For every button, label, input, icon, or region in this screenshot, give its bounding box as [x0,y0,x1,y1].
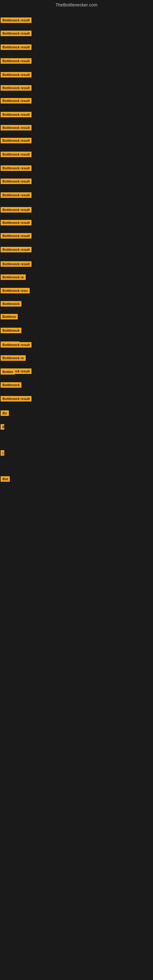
bottleneck-label: Bottleneck result [1,98,32,103]
bottleneck-item: Bottleneck result [1,233,32,240]
bottleneck-item: Bottleneck [1,301,21,308]
bottleneck-label: Bottleneck re [1,274,26,280]
bottleneck-label: Bottleneck result [1,261,32,267]
bottleneck-item: Bottleneck result [1,45,32,51]
bottleneck-label: Bo [1,410,9,416]
bottleneck-item: Bottleneck result [1,98,32,105]
bottleneck-item: Bottleneck resu [1,288,30,294]
bottleneck-label: Bottleneck [1,382,21,388]
bottleneck-item: Bottleneck result [1,125,32,132]
bottleneck-item: Bottleneck result [1,72,32,79]
site-title: TheBottlenecker.com [56,2,97,7]
bottleneck-label: Bottleneck result [1,165,32,171]
bottleneck-item: Bottleneck [1,382,21,389]
bottleneck-label: Bottleneck result [1,72,32,78]
bottleneck-label: Bottleneck result [1,58,32,64]
bottleneck-item: Bottleneck result [1,18,32,24]
bottleneck-item: Bottleneck result [1,247,32,254]
bottleneck-item: Bottleneck result [1,396,32,403]
bottleneck-item: Bottleneck result [1,58,32,65]
bottleneck-item: Bo [1,410,9,417]
bottleneck-item: Bottlene [1,314,18,321]
bottleneck-item: Bottleneck result [1,207,32,214]
bottleneck-label: Bottleneck result [1,125,32,130]
bottleneck-label: Bottleneck result [1,112,32,117]
bottleneck-item: Bottleneck result [1,138,32,145]
bottleneck-label: Bottleneck [1,328,21,333]
bottleneck-label: Bottler [1,369,15,375]
site-header: TheBottlenecker.com [0,0,153,9]
bottleneck-label: Bottleneck result [1,233,32,239]
bottleneck-label: Bottleneck result [1,192,32,198]
bottleneck-label: Bottleneck result [1,85,32,91]
bottleneck-label: B [1,424,4,430]
bottleneck-label: Bottleneck result [1,247,32,252]
bottleneck-item: Bottleneck result [1,261,32,268]
bottleneck-label: Bottleneck result [1,151,32,157]
bottleneck-label: Bottleneck re [1,355,26,361]
bottleneck-item: Bottler [1,369,15,376]
bottleneck-label: Bottleneck result [1,178,32,184]
bottleneck-item: Bottleneck result [1,151,32,158]
bottleneck-item: Bottleneck result [1,85,32,92]
bottleneck-label: Bottlene [1,314,18,320]
bottleneck-label: Bot [1,476,10,482]
bottleneck-item: Bottleneck result [1,30,32,37]
bottleneck-item: Bottleneck result [1,192,32,199]
bottleneck-item: Bottleneck result [1,165,32,172]
bottleneck-item: Bottleneck re [1,355,26,362]
bottleneck-item: Bottleneck result [1,220,32,227]
bottleneck-item: Bottleneck result [1,178,32,185]
bottleneck-item: Bottleneck re [1,274,26,281]
bottleneck-label: Bottleneck resu [1,288,30,293]
bottleneck-item: Bottleneck result [1,342,32,349]
bottleneck-item: Bottleneck result [1,112,32,119]
bottleneck-item: B [1,424,4,431]
bottleneck-item: Bot [1,476,10,483]
bottleneck-label: Bottleneck result [1,207,32,213]
bottleneck-label: Bottleneck result [1,18,32,23]
bottleneck-item: | [1,450,4,457]
bottleneck-label: Bottleneck result [1,220,32,225]
bottleneck-label: Bottleneck result [1,396,32,401]
bottleneck-label: Bottleneck result [1,138,32,143]
bottleneck-label: Bottleneck result [1,342,32,348]
bottleneck-item: Bottleneck [1,328,21,334]
bottleneck-label: Bottleneck result [1,30,32,36]
bottleneck-label: Bottleneck result [1,45,32,50]
bottleneck-label: | [1,450,4,456]
bottleneck-label: Bottleneck [1,301,21,307]
